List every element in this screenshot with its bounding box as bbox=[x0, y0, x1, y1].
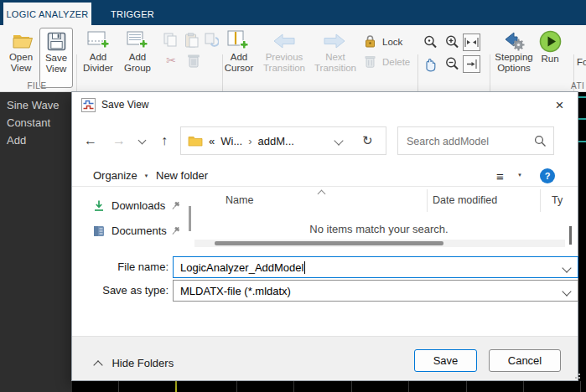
add-cursor-button[interactable] bbox=[227, 29, 251, 51]
up-icon[interactable]: ↑ bbox=[161, 133, 168, 148]
text-caret bbox=[304, 261, 305, 274]
time-gridline bbox=[580, 381, 581, 392]
time-gridline bbox=[236, 381, 237, 392]
add-cursor-icon bbox=[227, 30, 251, 51]
place-item-documents[interactable]: Documents bbox=[92, 223, 189, 241]
folder-icon bbox=[188, 135, 203, 147]
tab-logic-analyzer[interactable]: LOGIC ANALYZER bbox=[3, 3, 91, 25]
signal-row[interactable]: Constant bbox=[0, 114, 72, 132]
resize-grip[interactable] bbox=[573, 374, 582, 382]
signal-row[interactable]: Sine Wave bbox=[0, 96, 72, 114]
breadcrumb-parent-folder[interactable]: Wi... bbox=[220, 135, 242, 147]
save-floppy-icon bbox=[47, 32, 66, 51]
signal-name-panel: Sine Wave Constant Add bbox=[0, 92, 72, 381]
column-divider[interactable] bbox=[540, 189, 541, 212]
add-divider-button[interactable] bbox=[87, 30, 110, 50]
dialog-title: Save View bbox=[101, 99, 148, 111]
save-view-label: Save View bbox=[40, 53, 72, 75]
add-group-button[interactable] bbox=[126, 30, 148, 50]
open-folder-icon bbox=[13, 33, 34, 49]
column-divider[interactable] bbox=[427, 189, 428, 212]
column-header-type[interactable]: Ty bbox=[552, 194, 563, 206]
open-view-button[interactable] bbox=[12, 31, 34, 51]
new-folder-button[interactable]: New folder bbox=[156, 169, 208, 182]
ribbon-tab-bar: LOGIC ANALYZER TRIGGER bbox=[0, 0, 586, 25]
close-icon[interactable]: × bbox=[542, 92, 578, 118]
address-bar[interactable]: « Wi... › addM... ↻ bbox=[180, 126, 386, 155]
save-view-button[interactable]: Save View bbox=[39, 28, 73, 88]
places-scrollbar[interactable] bbox=[189, 206, 191, 231]
time-gridline bbox=[118, 381, 119, 392]
pin-icon bbox=[170, 225, 181, 236]
hide-folders-button[interactable]: Hide Folders bbox=[95, 355, 174, 370]
fit-to-view-button[interactable] bbox=[463, 34, 480, 51]
paste-icon bbox=[184, 33, 199, 48]
run-label: Run bbox=[532, 54, 568, 64]
view-dropdown-icon[interactable]: ▼ bbox=[517, 173, 522, 178]
save-as-type-dropdown-chevron-icon[interactable] bbox=[562, 286, 571, 296]
search-icon[interactable] bbox=[534, 135, 547, 147]
save-as-type-select[interactable]: MLDATX-file (*.mldatx) bbox=[173, 280, 578, 302]
add-divider-label: Add Divider bbox=[78, 52, 118, 74]
arrow-right-icon bbox=[323, 33, 346, 49]
file-name-dropdown-chevron-icon[interactable] bbox=[562, 263, 571, 272]
search-input[interactable] bbox=[405, 128, 534, 155]
sort-ascending-chevron-icon[interactable] bbox=[318, 190, 326, 199]
time-gridline bbox=[351, 381, 352, 392]
save-as-type-label: Save as type: bbox=[72, 284, 169, 297]
time-cursor-line[interactable] bbox=[175, 381, 177, 392]
clipped-button-label: Fo bbox=[577, 57, 586, 68]
run-button[interactable] bbox=[538, 30, 562, 53]
clear-button bbox=[186, 52, 201, 69]
ribbon-toolbar: Open View Save View Add Divider bbox=[0, 25, 586, 92]
breadcrumb-current-folder[interactable]: addM... bbox=[258, 135, 294, 147]
save-as-type-value: MLDATX-file (*.mldatx) bbox=[180, 285, 291, 297]
lock-button[interactable] bbox=[362, 34, 377, 49]
scissors-icon: ✂ bbox=[166, 54, 176, 67]
place-item-downloads[interactable]: Downloads bbox=[92, 198, 189, 216]
fit-width-icon bbox=[464, 37, 479, 48]
back-icon[interactable]: ← bbox=[84, 133, 97, 148]
add-cursor-label: Add Cursor bbox=[220, 52, 257, 74]
undo-arrow-icon bbox=[204, 33, 219, 48]
pan-button[interactable] bbox=[422, 55, 439, 73]
organize-menu[interactable]: Organize ▼ bbox=[93, 169, 148, 182]
zoom-in-time-button[interactable] bbox=[422, 34, 439, 51]
cancel-button[interactable]: Cancel bbox=[489, 349, 561, 372]
file-name-input[interactable]: LogicAnalyzer_AddModel bbox=[173, 256, 578, 278]
file-name-value: LogicAnalyzer_AddModel bbox=[180, 261, 303, 274]
add-group-icon bbox=[126, 31, 148, 50]
view-list-icon[interactable]: ≡ bbox=[496, 169, 504, 183]
breadcrumb-ellipsis[interactable]: « bbox=[209, 135, 215, 147]
help-icon[interactable]: ? bbox=[540, 168, 555, 183]
address-dropdown-chevron-icon[interactable] bbox=[334, 136, 343, 145]
time-gridline bbox=[523, 381, 524, 392]
refresh-icon[interactable]: ↻ bbox=[362, 133, 373, 148]
zoom-to-cursor-button[interactable] bbox=[463, 55, 480, 73]
zoom-in-button[interactable] bbox=[443, 34, 461, 51]
zoom-out-button[interactable] bbox=[443, 55, 461, 73]
tab-trigger[interactable]: TRIGGER bbox=[107, 3, 158, 25]
time-gridline bbox=[408, 381, 409, 392]
lock-label: Lock bbox=[382, 37, 416, 48]
lock-icon bbox=[364, 34, 376, 49]
horizontal-scrollbar-thumb[interactable] bbox=[215, 241, 443, 245]
timeline-strip bbox=[0, 381, 586, 392]
recent-locations-chevron-icon[interactable] bbox=[138, 137, 147, 145]
zoom-in-icon bbox=[444, 34, 460, 50]
delete-button bbox=[362, 54, 377, 69]
pin-icon bbox=[170, 200, 181, 211]
horizontal-scrollbar[interactable] bbox=[194, 240, 565, 247]
stepping-options-button[interactable] bbox=[502, 30, 526, 51]
run-play-icon bbox=[539, 30, 562, 53]
column-header-date-modified[interactable]: Date modified bbox=[433, 194, 497, 206]
previous-transition-label: Previous Transition bbox=[260, 52, 309, 74]
signal-row[interactable]: Add bbox=[0, 132, 72, 149]
save-button[interactable]: Save bbox=[414, 349, 477, 372]
column-header-name[interactable]: Name bbox=[226, 194, 253, 206]
place-label: Downloads bbox=[111, 199, 165, 212]
zoom-cursor-icon bbox=[423, 34, 438, 50]
list-scrollbar[interactable] bbox=[569, 226, 572, 245]
delete-trash-icon bbox=[364, 54, 376, 69]
zoom-out-icon bbox=[444, 56, 460, 72]
